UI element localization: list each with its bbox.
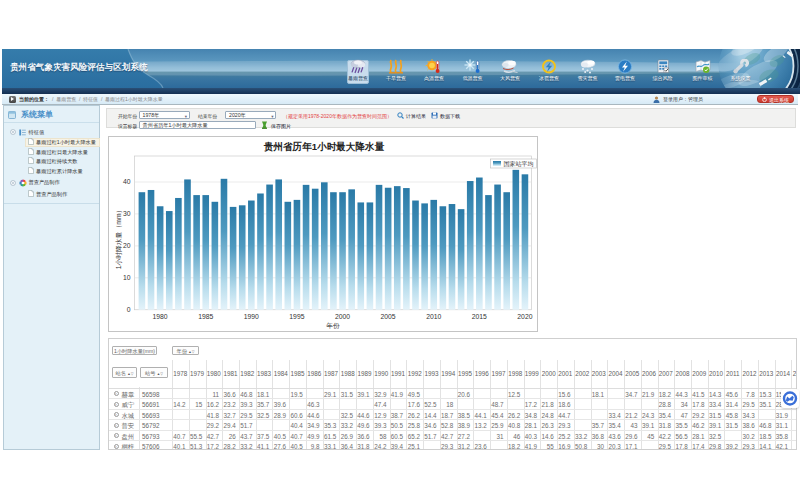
svg-text:30: 30 [122, 210, 130, 217]
svg-text:2010: 2010 [426, 313, 441, 320]
svg-text:40: 40 [122, 178, 130, 185]
svg-text:2015: 2015 [471, 313, 486, 320]
svg-text:1小时降水量（mm）: 1小时降水量（mm） [115, 207, 123, 270]
svg-text:10: 10 [122, 274, 130, 281]
svg-text:0: 0 [126, 306, 130, 313]
svg-text:1990: 1990 [243, 313, 258, 320]
svg-text:20: 20 [122, 242, 130, 249]
svg-text:国家站平均: 国家站平均 [503, 160, 533, 168]
svg-text:2020: 2020 [517, 313, 532, 320]
svg-text:2005: 2005 [380, 313, 395, 320]
svg-text:1980: 1980 [152, 313, 167, 320]
svg-text:2000: 2000 [334, 313, 349, 320]
svg-text:贵州省历年1小时最大降水量: 贵州省历年1小时最大降水量 [263, 141, 384, 152]
svg-text:年份: 年份 [326, 322, 340, 330]
svg-text:1995: 1995 [289, 313, 304, 320]
svg-text:1985: 1985 [198, 313, 213, 320]
